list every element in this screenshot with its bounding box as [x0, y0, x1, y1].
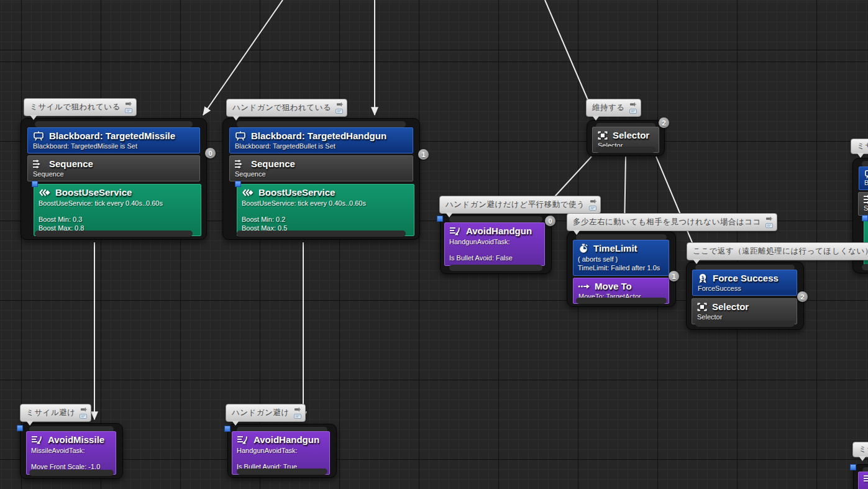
decorator-section[interactable]: Bla [859, 167, 868, 190]
breakpoint-indicator-icon [224, 426, 231, 432]
bt-node-avoid-missile[interactable]: AvoidMissile MissileAvoidTask: Move Fron… [20, 423, 123, 479]
service-section[interactable]: BoostUseService BoostUseService: tick ev… [237, 184, 414, 236]
bt-node-avoid-handgun-strafe[interactable]: AvoidHandgun HandgunAvoidTask: Is Bullet… [440, 213, 552, 274]
comment-text: 多少左右に動いても相手を見つけれない場合はココ [573, 217, 761, 227]
bt-node-timelimit-moveto[interactable]: TimeLimit ( aborts self ) TimeLimit: Fai… [567, 231, 676, 307]
composite-subtitle: Sequence [230, 170, 413, 181]
comment-tail [232, 421, 239, 426]
selector-icon [597, 130, 608, 140]
composite-section[interactable]: Sequence Sequence [229, 155, 413, 181]
breakpoint-indicator-icon [850, 464, 856, 470]
comment-toggle-icon[interactable] [765, 223, 773, 229]
node-output-bar[interactable] [695, 321, 795, 327]
node-output-bar[interactable] [29, 470, 114, 476]
service-title: BoostUseService [55, 186, 132, 199]
blackboard-icon [234, 131, 247, 141]
pushpin-icon[interactable] [80, 406, 87, 413]
execution-order-badge: 1 [418, 149, 429, 160]
comment-tail [859, 456, 866, 461]
service-title: BoostUseService [258, 186, 335, 199]
comment-toggle-icon[interactable] [629, 109, 637, 114]
task-section[interactable]: AvoidHandgun HandgunAvoidTask: Is Bullet… [444, 222, 545, 266]
comment-tail [26, 421, 34, 426]
bt-node-avoid-handgun[interactable]: AvoidHandgun HandgunAvoidTask: Is Bullet… [227, 424, 337, 478]
comment-bubble[interactable]: 維持する [586, 99, 641, 117]
blackboard-icon [32, 131, 45, 141]
task-line: HandgunAvoidTask: [445, 237, 544, 246]
svg-text:1: 1 [701, 275, 705, 280]
pushpin-icon[interactable] [336, 101, 343, 108]
execution-order-badge: 0 [205, 148, 216, 158]
decorator-subtitle: Blackboard: TargetedBullet is Set [230, 142, 413, 153]
node-output-bar[interactable] [596, 147, 656, 153]
bt-node-partial-right-bottom[interactable] [853, 464, 868, 489]
bt-node-targeted-missile[interactable]: Blackboard: TargetedMissile Blackboard: … [21, 118, 207, 240]
bt-node-selector[interactable]: Selector Selector [587, 120, 665, 156]
node-input-bar[interactable] [449, 216, 542, 222]
comment-bubble[interactable]: ハンドガン避け [226, 404, 306, 422]
task-title: AvoidHandgun [254, 434, 319, 446]
decorator-section[interactable]: Blackboard: TargetedMissile Blackboard: … [27, 127, 200, 153]
service-icon [242, 188, 254, 197]
comment-bubble[interactable]: ミサイル避け [20, 404, 91, 422]
composite-section[interactable]: Sequence Sequence [27, 155, 200, 181]
node-input-bar[interactable] [237, 121, 406, 127]
comment-text: ミサ [857, 141, 868, 152]
pushpin-icon[interactable] [294, 406, 301, 413]
node-output-bar[interactable] [237, 468, 327, 475]
comment-tail [30, 115, 37, 120]
comment-text: ハンドガン避け [232, 408, 290, 418]
comment-tail [232, 116, 240, 121]
node-output-bar[interactable] [35, 231, 193, 237]
task-section[interactable] [858, 472, 868, 489]
comment-toggle-icon[interactable] [125, 108, 132, 114]
comment-bubble[interactable]: ここで返す（遠距離処理には行ってほしくない） [687, 242, 868, 260]
comment-toggle-icon[interactable] [589, 206, 596, 211]
composite-title: Sequence [49, 158, 93, 170]
composite-section[interactable]: Seq [858, 192, 868, 216]
pushpin-icon[interactable] [125, 101, 132, 107]
comment-bubble[interactable]: ハンドガンで狙われている [226, 99, 347, 117]
node-output-bar[interactable] [237, 231, 406, 237]
composite-title: Sequence [251, 158, 295, 170]
comment-bubble[interactable]: ミサイルで狙われている [24, 98, 137, 116]
pushpin-icon[interactable] [629, 101, 636, 108]
decorator-subtitle: ForceSuccess [693, 285, 797, 295]
selector-icon [697, 302, 708, 312]
comment-toggle-icon[interactable] [80, 414, 87, 419]
comment-tail [445, 213, 453, 217]
decorator-line: ( aborts self ) [573, 255, 669, 263]
comment-bubble[interactable]: ミサ [851, 139, 868, 154]
breakpoint-indicator-icon [437, 216, 443, 222]
decorator-section[interactable]: TimeLimit ( aborts self ) TimeLimit: Fai… [573, 240, 669, 276]
node-output-bar[interactable] [576, 298, 667, 304]
task-icon [31, 435, 43, 445]
comment-toggle-icon[interactable] [294, 414, 301, 419]
comment-bubble[interactable]: ミサ [852, 442, 868, 457]
task-section[interactable]: AvoidMissile MissileAvoidTask: Move Fron… [26, 431, 116, 475]
pushpin-icon[interactable] [765, 216, 772, 222]
node-output-bar[interactable] [449, 265, 542, 271]
comment-toggle-icon[interactable] [336, 109, 343, 114]
pushpin-icon[interactable] [590, 198, 596, 205]
wire[interactable] [203, 0, 283, 115]
behavior-tree-canvas[interactable]: Blackboard: TargetedMissile Blackboard: … [0, 0, 868, 489]
comment-bubble[interactable]: ハンドガン避けだけど平行移動で使う [439, 196, 601, 214]
bt-node-force-success-selector[interactable]: 1Force Success ForceSuccess Selector Sel… [686, 262, 804, 330]
comment-text: ここで返す（遠距離処理には行ってほしくない） [693, 246, 868, 257]
composite-subtitle: Seq [859, 204, 868, 215]
service-section[interactable]: BoostUseService BoostUseService: tick ev… [34, 184, 201, 236]
service-line: BoostUseService: tick every 0.40s..0.60s [237, 199, 414, 208]
task-line: HandgunAvoidTask: [232, 446, 329, 455]
decorator-section[interactable]: Blackboard: TargetedHandgun Blackboard: … [229, 127, 413, 153]
comment-bubble[interactable]: 多少左右に動いても相手を見つけれない場合はココ [567, 213, 777, 231]
execution-order-badge: 2 [659, 117, 669, 128]
decorator-section[interactable]: 1Force Success ForceSuccess [692, 270, 797, 296]
node-input-bar[interactable] [35, 121, 193, 127]
wire[interactable] [545, 0, 595, 116]
node-output-bar[interactable] [862, 264, 868, 270]
service-line: B [864, 229, 868, 238]
moveto-icon [578, 283, 590, 290]
bt-node-targeted-handgun[interactable]: Blackboard: TargetedHandgun Blackboard: … [222, 118, 420, 240]
breakpoint-indicator-icon [17, 425, 23, 431]
